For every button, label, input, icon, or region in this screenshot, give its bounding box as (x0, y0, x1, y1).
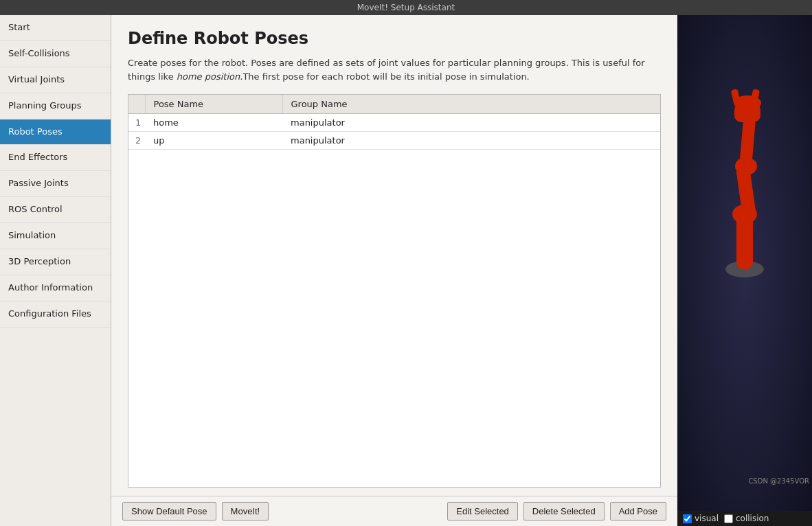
table-row[interactable]: 2 up manipulator (128, 132, 660, 150)
row-num: 1 (128, 114, 145, 132)
viewport: CSDN @2345VOR visual collision (677, 15, 812, 526)
sidebar-item-robot-poses[interactable]: Robot Poses (0, 119, 111, 146)
col-pose-name-header: Pose Name (145, 95, 282, 114)
watermark: CSDN @2345VOR (748, 477, 809, 485)
show-default-pose-button[interactable]: Show Default Pose (122, 502, 216, 521)
col-group-name-header: Group Name (282, 95, 660, 114)
poses-table: Pose Name Group Name 1 home manipulator … (128, 95, 660, 150)
collision-checkbox[interactable] (724, 514, 733, 523)
group-name-cell: manipulator (282, 114, 660, 132)
table-row[interactable]: 1 home manipulator (128, 114, 660, 132)
pose-name-cell: home (145, 114, 282, 132)
sidebar-item-planning-groups[interactable]: Planning Groups (0, 93, 111, 119)
row-num: 2 (128, 132, 145, 150)
sidebar-item-end-effectors[interactable]: End Effectors (0, 145, 111, 171)
edit-selected-button[interactable]: Edit Selected (447, 502, 518, 521)
viewport-scene: CSDN @2345VOR (677, 15, 812, 511)
sidebar-item-virtual-joints[interactable]: Virtual Joints (0, 67, 111, 93)
description: Create poses for the robot. Poses are de… (128, 56, 661, 83)
sidebar-item-ros-control[interactable]: ROS Control (0, 197, 111, 223)
content-area: Define Robot Poses Create poses for the … (111, 15, 677, 526)
robot-arm-svg (703, 49, 786, 283)
sidebar-item-configuration-files[interactable]: Configuration Files (0, 301, 111, 328)
moveit-button[interactable]: MoveIt! (222, 502, 269, 521)
sidebar-item-simulation[interactable]: Simulation (0, 223, 111, 249)
sidebar-item-start[interactable]: Start (0, 15, 111, 41)
sidebar: Start Self-Collisions Virtual Joints Pla… (0, 15, 111, 526)
collision-label: collision (736, 514, 769, 523)
titlebar: MoveIt! Setup Assistant (0, 0, 812, 15)
titlebar-text: MoveIt! Setup Assistant (357, 3, 455, 12)
visual-checkbox-group[interactable]: visual (683, 514, 719, 523)
sidebar-item-self-collisions[interactable]: Self-Collisions (0, 41, 111, 67)
svg-rect-8 (731, 89, 741, 105)
sidebar-item-author-information[interactable]: Author Information (0, 275, 111, 301)
group-name-cell: manipulator (282, 132, 660, 150)
pose-name-cell: up (145, 132, 282, 150)
sidebar-item-3d-perception[interactable]: 3D Perception (0, 249, 111, 275)
visual-checkbox[interactable] (683, 514, 692, 523)
viewport-controls: visual collision (677, 511, 812, 526)
add-pose-button[interactable]: Add Pose (610, 502, 666, 521)
col-num-header (128, 95, 145, 114)
visual-label: visual (695, 514, 719, 523)
collision-checkbox-group[interactable]: collision (724, 514, 769, 523)
sidebar-item-passive-joints[interactable]: Passive Joints (0, 171, 111, 197)
poses-table-container: Pose Name Group Name 1 home manipulator … (128, 94, 661, 488)
page-title: Define Robot Poses (128, 29, 661, 48)
bottom-bar: Show Default Pose MoveIt! Edit Selected … (111, 496, 677, 526)
delete-selected-button[interactable]: Delete Selected (523, 502, 605, 521)
